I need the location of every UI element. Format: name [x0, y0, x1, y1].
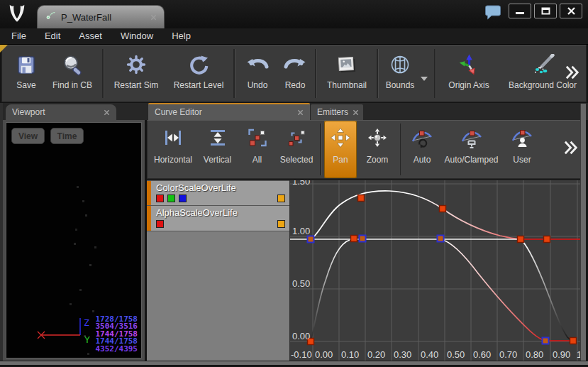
asset-tab-close-icon[interactable] — [150, 11, 157, 23]
curve-key-selected[interactable] — [543, 338, 549, 344]
window-left-edge — [0, 103, 3, 361]
curve-track-alphascaleoverlife[interactable]: AlphaScaleOverLife — [147, 206, 289, 231]
channel-swatch[interactable] — [167, 195, 175, 202]
toolbar-button-undo[interactable]: Undo — [238, 45, 277, 102]
tab-emitters[interactable]: Emitters — [311, 104, 363, 120]
curve-editor-toolbar: HorizontalVerticalAllSelectedPanZoomAuto… — [147, 120, 585, 179]
undo-icon — [245, 53, 270, 78]
background-color-icon — [531, 53, 555, 78]
channel-swatch[interactable] — [156, 195, 164, 202]
save-icon — [15, 53, 38, 78]
curve-tool-auto[interactable]: Auto — [404, 121, 440, 178]
menu-file[interactable]: File — [2, 28, 35, 44]
close-icon — [567, 5, 576, 18]
time-button[interactable]: Time — [50, 128, 84, 144]
y-tick-label: 1.00 — [292, 226, 310, 236]
toolbar-button-bounds[interactable]: Bounds — [381, 45, 419, 102]
curve-tool-zoom[interactable]: Zoom — [357, 121, 398, 178]
y-tick-label: 0.00 — [292, 331, 310, 341]
bounds-dropdown-caret-icon[interactable] — [421, 77, 428, 81]
track-title: ColorScaleOverLife — [156, 182, 236, 193]
view-button[interactable]: View — [11, 128, 45, 144]
emitters-tab-close-icon[interactable] — [353, 106, 359, 119]
close-button[interactable] — [560, 4, 582, 18]
curve-tool-all[interactable]: All — [239, 121, 275, 178]
toolbar-button-restart-level[interactable]: Restart Level — [166, 45, 231, 102]
curve-tool-selected[interactable]: Selected — [275, 121, 318, 178]
menu-edit[interactable]: Edit — [35, 28, 70, 44]
curve-tool-auto-clamped[interactable]: Auto/Clamped — [440, 121, 503, 178]
toolbar-corner-fold — [0, 45, 8, 53]
toolbar-button-thumbnail[interactable]: Thumbnail — [319, 45, 375, 102]
curve-key[interactable] — [544, 236, 550, 243]
track-title: AlphaScaleOverLife — [156, 207, 238, 218]
curve-tool-pan[interactable]: Pan — [324, 121, 357, 178]
toolbar-button-redo[interactable]: Redo — [277, 45, 313, 102]
track-flag-swatch[interactable] — [277, 220, 285, 228]
minimize-icon — [515, 5, 525, 18]
menu-asset[interactable]: Asset — [70, 28, 111, 44]
title-bar[interactable]: P_WaterFall — [0, 0, 588, 28]
asset-tab-p-waterfall[interactable]: P_WaterFall — [37, 5, 165, 28]
viewport-panel: View Time ZY 1728/17583504/35161744/1758… — [3, 120, 145, 361]
window-right-edge — [580, 104, 586, 361]
toolbar-button-save[interactable]: Save — [8, 45, 45, 102]
curve-tool-label: Vertical — [204, 155, 231, 165]
track-flag-swatch[interactable] — [277, 195, 285, 202]
tab-curve-editor[interactable]: Curve Editor — [148, 103, 310, 120]
curve-tool-label: Horizontal — [154, 155, 192, 165]
redo-icon — [282, 53, 308, 78]
curve-toolbar-overflow-chevron-icon[interactable] — [562, 141, 578, 158]
curve-key[interactable] — [440, 206, 446, 212]
curve-tool-user[interactable]: User — [503, 121, 541, 178]
curve-tool-horizontal[interactable]: Horizontal — [150, 121, 196, 178]
curve-graph[interactable]: 1.501.000.500.00-0.100.000.100.200.300.4… — [289, 180, 581, 361]
window-bottom-edge — [0, 361, 588, 365]
find-in-cb-icon — [60, 53, 84, 78]
curve-key[interactable] — [358, 195, 365, 202]
menu-help[interactable]: Help — [162, 28, 200, 44]
menu-window[interactable]: Window — [111, 28, 162, 44]
maximize-button[interactable] — [534, 4, 557, 18]
curve-tool-vertical[interactable]: Vertical — [196, 121, 239, 178]
x-tick-label: 0.70 — [499, 349, 517, 360]
toolbar-button-origin-axis[interactable]: Origin Axis — [438, 45, 499, 102]
minimize-button[interactable] — [509, 4, 531, 18]
tab-viewport[interactable]: Viewport — [6, 104, 116, 120]
graph-background — [290, 180, 581, 361]
channel-swatch[interactable] — [156, 220, 164, 228]
curve-key[interactable] — [351, 236, 357, 242]
curve-tool-label: Auto — [414, 155, 431, 165]
feedback-bubble-icon[interactable] — [484, 4, 501, 20]
fit-selected-icon — [286, 127, 307, 153]
toolbar-overflow-chevron-icon[interactable] — [564, 65, 579, 82]
curve-graph-svg[interactable]: 1.501.000.500.00-0.100.000.100.200.300.4… — [290, 180, 581, 361]
viewport-tab-close-icon[interactable] — [104, 106, 110, 119]
pan-icon — [330, 127, 351, 153]
toolbar-button-label: Origin Axis — [448, 80, 489, 90]
toolbar-button-restart-sim[interactable]: Restart Sim — [106, 45, 166, 102]
curve-track-list: ColorScaleOverLifeAlphaScaleOverLife — [147, 180, 289, 361]
channel-swatch[interactable] — [179, 195, 187, 202]
emitters-tab-label: Emitters — [317, 107, 348, 117]
main-toolbar: SaveFind in CBRestart SimRestart LevelUn… — [1, 45, 587, 102]
curve-track-colorscaleoverlife[interactable]: ColorScaleOverLife — [147, 180, 289, 206]
viewport-tab-label: Viewport — [12, 107, 99, 117]
curve-key[interactable] — [570, 338, 577, 344]
curve-editor-tab-close-icon[interactable] — [297, 106, 304, 119]
curve-key-selected[interactable] — [438, 236, 444, 242]
x-tick-label: -0.10 — [291, 349, 312, 360]
x-tick-label: 0.10 — [341, 349, 359, 360]
origin-axis-icon — [457, 53, 481, 78]
toolbar-button-find-in-cb[interactable]: Find in CB — [45, 45, 100, 102]
curve-key-selected[interactable] — [360, 236, 366, 242]
menu-bar: FileEditAssetWindowHelp — [0, 28, 588, 45]
curve-tool-label: Auto/Clamped — [444, 155, 498, 165]
viewport-stat-line: 4352/4395 — [95, 346, 138, 354]
curve-toolbar-separator — [320, 124, 322, 175]
curve-key-selected[interactable] — [308, 236, 314, 243]
channel-swatch-row — [156, 195, 187, 202]
viewport-canvas[interactable]: View Time ZY 1728/17583504/35161744/1758… — [6, 122, 142, 358]
curve-key[interactable] — [518, 236, 524, 243]
x-tick-label: 0.00 — [315, 349, 333, 360]
